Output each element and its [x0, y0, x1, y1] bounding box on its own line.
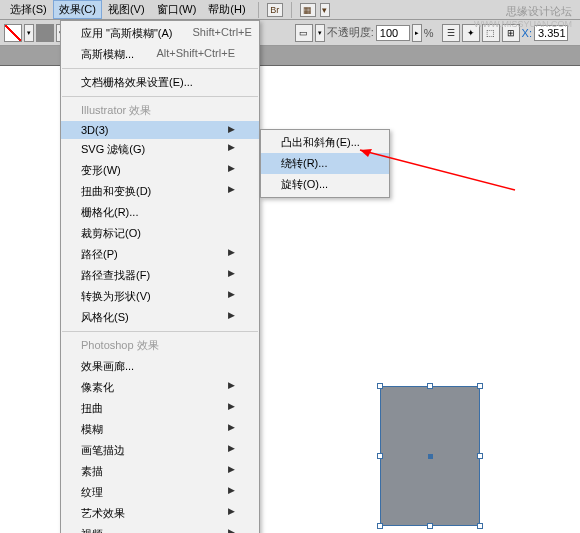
- menu-select[interactable]: 选择(S): [4, 0, 53, 19]
- dropdown-icon[interactable]: ▸: [412, 24, 422, 42]
- menu-item-last[interactable]: 高斯模糊...Alt+Shift+Ctrl+E: [61, 44, 259, 65]
- menu-header-illustrator: Illustrator 效果: [61, 100, 259, 121]
- menu-item-video[interactable]: 视频▶: [61, 524, 259, 533]
- separator: [258, 2, 259, 18]
- center-point: [428, 454, 433, 459]
- menu-item-brush[interactable]: 画笔描边▶: [61, 440, 259, 461]
- submenu-item-rotate[interactable]: 旋转(O)...: [261, 174, 389, 195]
- menu-item-warp[interactable]: 变形(W)▶: [61, 160, 259, 181]
- menu-item-rasterize[interactable]: 栅格化(R)...: [61, 202, 259, 223]
- menu-item-apply[interactable]: 应用 "高斯模糊"(A)Shift+Ctrl+E: [61, 23, 259, 44]
- menu-item-3d[interactable]: 3D(3)▶: [61, 121, 259, 139]
- menu-item-stylize-i[interactable]: 风格化(S)▶: [61, 307, 259, 328]
- menu-view[interactable]: 视图(V): [102, 0, 151, 19]
- menu-item-doc-raster[interactable]: 文档栅格效果设置(E)...: [61, 72, 259, 93]
- handle[interactable]: [427, 383, 433, 389]
- menu-window[interactable]: 窗口(W): [151, 0, 203, 19]
- grid-button[interactable]: ▦: [300, 3, 316, 17]
- opacity-input[interactable]: 100: [376, 25, 410, 41]
- menu-item-texture[interactable]: 纹理▶: [61, 482, 259, 503]
- dropdown-icon[interactable]: ▾: [315, 24, 325, 42]
- 3d-submenu: 凸出和斜角(E)... 绕转(R)... 旋转(O)...: [260, 129, 390, 198]
- menu-item-artistic[interactable]: 艺术效果▶: [61, 503, 259, 524]
- bridge-button[interactable]: Br: [267, 3, 283, 17]
- menu-item-distort[interactable]: 扭曲和变换(D)▶: [61, 181, 259, 202]
- chevron-right-icon: ▶: [228, 124, 235, 136]
- menu-header-photoshop: Photoshop 效果: [61, 335, 259, 356]
- handle[interactable]: [427, 523, 433, 529]
- submenu-item-revolve[interactable]: 绕转(R)...: [261, 153, 389, 174]
- menu-item-distort2[interactable]: 扭曲▶: [61, 398, 259, 419]
- menu-help[interactable]: 帮助(H): [202, 0, 251, 19]
- menu-item-convert[interactable]: 转换为形状(V)▶: [61, 286, 259, 307]
- dropdown-icon[interactable]: ▾: [320, 3, 330, 17]
- menu-item-pixelate[interactable]: 像素化▶: [61, 377, 259, 398]
- handle[interactable]: [477, 383, 483, 389]
- handle[interactable]: [377, 523, 383, 529]
- fill-dropdown[interactable]: ▾: [24, 24, 34, 42]
- handle[interactable]: [477, 453, 483, 459]
- menu-item-svg[interactable]: SVG 滤镜(G)▶: [61, 139, 259, 160]
- menu-item-pathfinder[interactable]: 路径查找器(F)▶: [61, 265, 259, 286]
- toolbar-icon[interactable]: ☰: [442, 24, 460, 42]
- separator: [62, 68, 258, 69]
- separator: [291, 2, 292, 18]
- separator: [62, 96, 258, 97]
- handle[interactable]: [477, 523, 483, 529]
- opacity-label: 不透明度:: [327, 25, 374, 40]
- fill-swatch[interactable]: [4, 24, 22, 42]
- menu-item-crop[interactable]: 裁剪标记(O): [61, 223, 259, 244]
- handle[interactable]: [377, 453, 383, 459]
- menu-item-path[interactable]: 路径(P)▶: [61, 244, 259, 265]
- stroke-swatch[interactable]: [36, 24, 54, 42]
- menu-effect[interactable]: 效果(C): [53, 0, 102, 19]
- handle[interactable]: [377, 383, 383, 389]
- toolbar-icon[interactable]: ▭: [295, 24, 313, 42]
- separator: [62, 331, 258, 332]
- menu-item-gallery[interactable]: 效果画廊...: [61, 356, 259, 377]
- watermark: 思缘设计论坛 WWW.MISSYUAN.COM: [474, 4, 572, 29]
- menu-item-sketch[interactable]: 素描▶: [61, 461, 259, 482]
- menu-item-blur[interactable]: 模糊▶: [61, 419, 259, 440]
- effect-menu: 应用 "高斯模糊"(A)Shift+Ctrl+E 高斯模糊...Alt+Shif…: [60, 20, 260, 533]
- submenu-item-extrude[interactable]: 凸出和斜角(E)...: [261, 132, 389, 153]
- selected-rectangle[interactable]: [380, 386, 480, 526]
- percent-label: %: [424, 27, 434, 39]
